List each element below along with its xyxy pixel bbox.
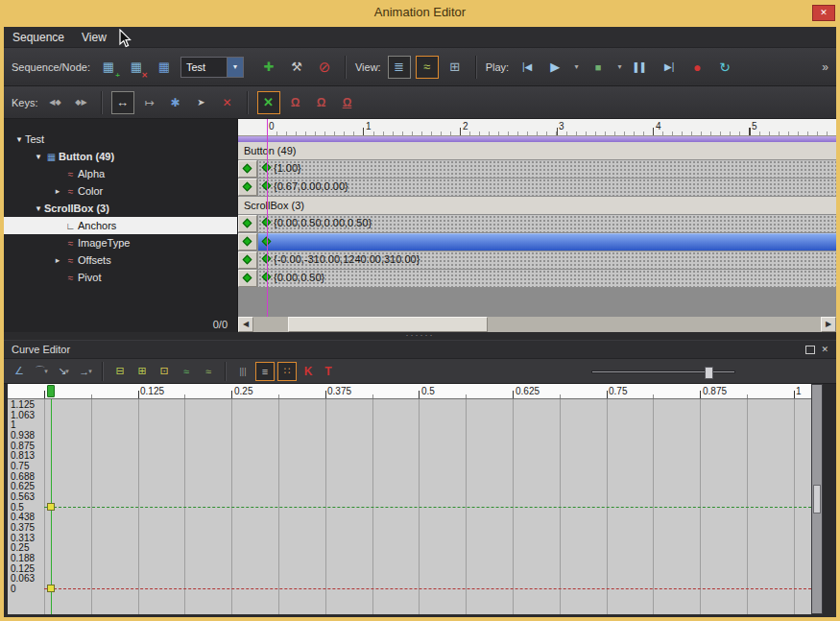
panel-splitter[interactable]: ······: [4, 332, 836, 340]
curve-line-zero[interactable]: [44, 588, 811, 589]
move-keys-button[interactable]: ↔: [111, 91, 134, 114]
scroll-left-icon[interactable]: ◀: [238, 317, 253, 332]
fit-vertical-button[interactable]: ⊞: [132, 362, 152, 381]
track-timeline[interactable]: {0.67,0.00,0.00}: [258, 179, 836, 196]
curve-playhead-handle[interactable]: [47, 385, 55, 397]
curve-grid[interactable]: 1.125 1.063 1 0.938 0.875 0.813 0.75 0.6…: [8, 399, 811, 614]
flatten-curve-button[interactable]: ≈: [199, 362, 218, 381]
play-options-dropdown[interactable]: ▾: [571, 56, 582, 79]
scrollbar-thumb[interactable]: [288, 317, 488, 332]
track-row[interactable]: {0.00,0.50}: [238, 270, 836, 287]
track-row[interactable]: {1.00}: [238, 160, 836, 178]
track-timeline[interactable]: [258, 233, 836, 251]
horizontal-scrollbar[interactable]: ◀ ▶: [238, 317, 836, 332]
smooth-curve-button[interactable]: ≈: [177, 362, 196, 381]
scrollbar-thumb[interactable]: [813, 485, 821, 514]
menu-view[interactable]: View: [73, 27, 115, 48]
show-list-button[interactable]: ≡: [255, 362, 275, 381]
expand-arrow-icon[interactable]: ▾: [33, 203, 44, 213]
view-curves-button[interactable]: ≈: [416, 56, 439, 79]
curve-key-handle[interactable]: [47, 503, 55, 511]
track-key-cell[interactable]: [238, 270, 257, 287]
track-key-cell[interactable]: [238, 233, 257, 251]
curve-time-ruler[interactable]: 0.125 0.25 0.375 0.5 0.625 0.75 0.875 1: [8, 384, 811, 399]
tree-item-anchors[interactable]: ∟ Anchors: [4, 217, 237, 234]
track-group-row[interactable]: ScrollBox (3): [238, 197, 836, 214]
track-timeline[interactable]: {0.00,0.50,0.00,0.50}: [258, 215, 836, 232]
fit-view-button[interactable]: ⊡: [155, 362, 174, 381]
snap-grid-button[interactable]: Ω: [337, 92, 358, 113]
node-tools-button[interactable]: ⚒: [285, 56, 308, 79]
slider-thumb[interactable]: [705, 367, 713, 379]
float-panel-icon[interactable]: [805, 346, 815, 354]
time-ruler[interactable]: 0 1 2 3 4 5: [238, 119, 836, 136]
pause-button[interactable]: ▌▌: [630, 56, 653, 79]
curve-line-anchors[interactable]: [44, 507, 811, 508]
tangent-linear-menu-button[interactable]: → ▾: [76, 362, 95, 381]
tangent-in-menu-button[interactable]: ⌒ ▾: [32, 362, 51, 381]
close-panel-icon[interactable]: ✕: [821, 345, 828, 354]
track-group-row[interactable]: Button (49): [238, 142, 836, 159]
track-key-cell[interactable]: [238, 179, 257, 196]
key-value-button[interactable]: K: [300, 365, 317, 378]
view-dopesheet-button[interactable]: ≣: [388, 56, 411, 79]
play-button[interactable]: ▶: [543, 56, 566, 79]
fit-horizontal-button[interactable]: ⊟: [110, 362, 130, 381]
combo-dropdown-icon[interactable]: ▼: [227, 58, 243, 77]
track-key-cell[interactable]: [238, 160, 257, 178]
tree-item-button[interactable]: ▾ ▦ Button (49): [4, 148, 237, 165]
curve-zoom-slider[interactable]: [591, 370, 735, 373]
track-timeline[interactable]: {-0.00,-310.00,1240.00,310.00}: [258, 251, 836, 269]
sequence-combo[interactable]: Test ▼: [180, 57, 244, 78]
menu-sequence[interactable]: Sequence: [4, 27, 73, 48]
track-row[interactable]: {0.67,0.00,0.00}: [238, 179, 836, 196]
next-key-button[interactable]: ◆▶: [71, 92, 92, 113]
delete-sequence-button[interactable]: ▦ ✕: [125, 56, 148, 79]
tree-item-test[interactable]: ▾ Test: [4, 131, 237, 148]
track-row-selected[interactable]: [238, 233, 836, 251]
expand-arrow-icon[interactable]: ▾: [33, 152, 44, 161]
select-keys-button[interactable]: ➤: [191, 92, 212, 113]
go-to-end-button[interactable]: ▶|: [658, 56, 681, 79]
tree-item-color[interactable]: ▸ ≈ Color: [4, 182, 237, 200]
sequence-properties-button[interactable]: ▦: [153, 56, 176, 79]
view-both-button[interactable]: ⊞: [444, 56, 467, 79]
stop-button[interactable]: ■: [587, 56, 610, 79]
track-key-cell[interactable]: [238, 215, 257, 232]
snap-none-button[interactable]: ✕: [257, 91, 280, 114]
snap-magnet-button[interactable]: Ω: [285, 92, 306, 113]
key-time-button[interactable]: T: [320, 365, 337, 378]
curve-key-handle[interactable]: [47, 585, 55, 592]
curve-vertical-scrollbar[interactable]: [811, 384, 823, 614]
snap-frame-button[interactable]: Ω: [311, 92, 332, 113]
track-timeline[interactable]: {0.00,0.50}: [258, 270, 836, 287]
new-sequence-button[interactable]: ▦ +: [97, 56, 120, 79]
delete-keys-button[interactable]: ✕: [217, 92, 238, 113]
show-bars-button[interactable]: |||: [233, 362, 252, 381]
track-timeline[interactable]: {1.00}: [258, 160, 836, 178]
tree-item-offsets[interactable]: ▸ ≈ Offsets: [4, 251, 237, 269]
disable-node-button[interactable]: ⊘: [313, 56, 336, 79]
toolbar-overflow-button[interactable]: »: [822, 60, 828, 74]
expand-arrow-icon[interactable]: ▾: [13, 134, 25, 144]
tree-item-scrollbox[interactable]: ▾ ScrollBox (3): [4, 200, 237, 217]
slide-keys-button[interactable]: ↦: [139, 92, 160, 113]
timeline-playhead[interactable]: [267, 119, 268, 317]
tree-item-imagetype[interactable]: ≈ ImageType: [4, 234, 237, 251]
show-keys-button[interactable]: ∷: [277, 362, 297, 381]
collapse-arrow-icon[interactable]: ▸: [52, 186, 63, 196]
close-button[interactable]: ✕: [812, 5, 835, 21]
tree-item-pivot[interactable]: ≈ Pivot: [4, 269, 237, 286]
stop-options-dropdown[interactable]: ▾: [614, 56, 625, 79]
track-key-cell[interactable]: [238, 251, 257, 269]
tree-item-alpha[interactable]: ≈ Alpha: [4, 165, 237, 182]
tangent-out-menu-button[interactable]: ↘ ▾: [54, 362, 73, 381]
track-row[interactable]: {-0.00,-310.00,1240.00,310.00}: [238, 251, 836, 269]
record-button[interactable]: ●: [685, 56, 708, 79]
add-node-button[interactable]: ✚: [257, 56, 280, 79]
scale-keys-button[interactable]: ✱: [165, 92, 186, 113]
previous-key-button[interactable]: ◀◆: [45, 92, 66, 113]
collapse-arrow-icon[interactable]: ▸: [52, 255, 63, 265]
track-row[interactable]: {0.00,0.50,0.00,0.50}: [238, 215, 836, 232]
tangent-auto-button[interactable]: ∠: [10, 362, 29, 381]
